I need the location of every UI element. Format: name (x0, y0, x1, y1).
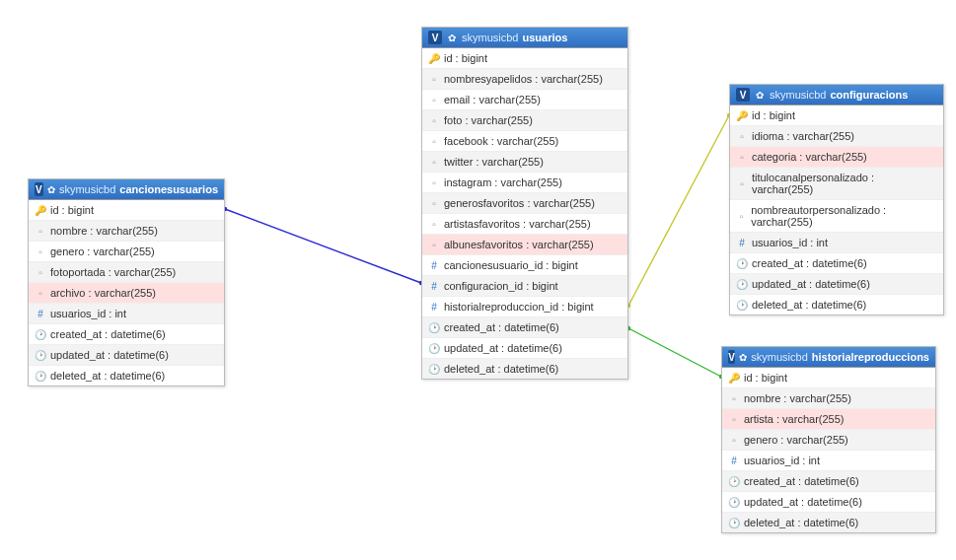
column-row[interactable]: ▫archivo : varchar(255) (29, 283, 224, 304)
column-text: updated_at : datetime(6) (752, 278, 870, 290)
column-text: created_at : datetime(6) (744, 475, 859, 487)
column-row[interactable]: ▫genero : varchar(255) (722, 430, 935, 451)
column-row[interactable]: #usuarios_id : int (722, 451, 935, 471)
column-row[interactable]: 🕑created_at : datetime(6) (29, 324, 224, 345)
key-icon: 🔑 (35, 205, 46, 216)
column-text: albunesfavoritos : varchar(255) (444, 239, 594, 250)
column-text: updated_at : datetime(6) (50, 349, 169, 361)
column-text: id : bigint (444, 52, 487, 64)
col-icon: ▫ (736, 131, 748, 142)
column-row[interactable]: ▫generosfavoritos : varchar(255) (422, 193, 627, 214)
dt-icon: 🕑 (428, 322, 440, 333)
column-text: id : bigint (744, 372, 787, 384)
table-header[interactable]: V✿skymusicbdhistorialreproduccions (722, 347, 935, 368)
column-row[interactable]: 🕑deleted_at : datetime(6) (422, 359, 627, 379)
fk-icon: # (35, 309, 46, 319)
column-row[interactable]: ▫genero : varchar(255) (29, 242, 224, 262)
dt-icon: 🕑 (728, 476, 740, 487)
table-header[interactable]: V✿skymusicbdconfiguracions (730, 85, 943, 105)
column-row[interactable]: 🕑created_at : datetime(6) (730, 253, 943, 274)
column-text: categoria : varchar(255) (752, 151, 867, 163)
view-badge-icon: V (728, 350, 735, 364)
col-icon: ▫ (428, 74, 440, 85)
column-row[interactable]: ▫nombresyapelidos : varchar(255) (422, 69, 627, 90)
column-row[interactable]: ▫nombre : varchar(255) (29, 221, 224, 242)
key-icon: 🔑 (428, 53, 440, 64)
col-icon: ▫ (428, 136, 440, 147)
column-row[interactable]: 🕑deleted_at : datetime(6) (730, 295, 943, 315)
column-row[interactable]: 🕑updated_at : datetime(6) (422, 338, 627, 359)
column-row[interactable]: ▫idioma : varchar(255) (730, 126, 943, 147)
column-row[interactable]: 🕑deleted_at : datetime(6) (29, 366, 224, 385)
column-text: id : bigint (50, 204, 94, 216)
column-row[interactable]: ▫instagram : varchar(255) (422, 173, 627, 193)
column-text: titulocanalpersonalizado : varchar(255) (752, 172, 937, 195)
view-badge-icon: V (736, 88, 750, 102)
column-row[interactable]: ▫titulocanalpersonalizado : varchar(255) (730, 168, 943, 200)
column-row[interactable]: 🔑id : bigint (29, 200, 224, 221)
column-text: nombre : varchar(255) (50, 225, 158, 237)
column-row[interactable]: 🕑updated_at : datetime(6) (730, 274, 943, 295)
column-row[interactable]: ▫facebook : varchar(255) (422, 131, 627, 152)
column-row[interactable]: #usuarios_id : int (730, 233, 943, 253)
column-text: nombreautorpersonalizado : varchar(255) (751, 204, 937, 228)
table-historialreproduccions[interactable]: V✿skymusicbdhistorialreproduccions🔑id : … (721, 346, 936, 533)
table-name: historialreproduccions (812, 351, 929, 363)
gear-icon[interactable]: ✿ (754, 89, 766, 101)
column-row[interactable]: ▫email : varchar(255) (422, 90, 627, 110)
column-row[interactable]: #usuarios_id : int (29, 304, 224, 324)
column-row[interactable]: 🕑updated_at : datetime(6) (29, 345, 224, 366)
column-row[interactable]: ▫twitter : varchar(255) (422, 152, 627, 173)
column-text: facebook : varchar(255) (444, 135, 558, 147)
column-row[interactable]: ▫artistasfavoritos : varchar(255) (422, 214, 627, 235)
table-name: cancionesusuarios (119, 183, 218, 195)
column-text: genero : varchar(255) (50, 245, 155, 257)
col-icon: ▫ (428, 95, 440, 105)
col-icon: ▫ (728, 414, 740, 425)
dt-icon: 🕑 (35, 329, 46, 340)
column-row[interactable]: 🕑created_at : datetime(6) (722, 471, 935, 492)
table-configuracions[interactable]: V✿skymusicbdconfiguracions🔑id : bigint▫i… (729, 84, 944, 315)
column-row[interactable]: ▫categoria : varchar(255) (730, 147, 943, 168)
fk-icon: # (428, 302, 440, 313)
column-row[interactable]: 🕑updated_at : datetime(6) (722, 492, 935, 513)
column-text: twitter : varchar(255) (444, 156, 544, 168)
column-text: updated_at : datetime(6) (444, 342, 562, 354)
column-text: instagram : varchar(255) (444, 176, 562, 188)
column-row[interactable]: ▫foto : varchar(255) (422, 110, 627, 131)
column-text: usuarios_id : int (752, 237, 828, 248)
column-text: usuarios_id : int (744, 455, 820, 466)
column-row[interactable]: 🔑id : bigint (722, 368, 935, 388)
column-row[interactable]: ▫artista : varchar(255) (722, 409, 935, 430)
column-text: artistasfavoritos : varchar(255) (444, 218, 591, 230)
column-text: historialreproduccion_id : bigint (444, 301, 594, 313)
column-row[interactable]: ▫fotoportada : varchar(255) (29, 262, 224, 283)
table-header[interactable]: V✿skymusicbdusuarios (422, 28, 627, 48)
column-row[interactable]: 🔑id : bigint (422, 48, 627, 69)
column-row[interactable]: ▫nombreautorpersonalizado : varchar(255) (730, 200, 943, 233)
column-row[interactable]: 🔑id : bigint (730, 105, 943, 126)
col-icon: ▫ (736, 178, 748, 189)
gear-icon[interactable]: ✿ (446, 32, 458, 43)
column-row[interactable]: #configuracion_id : bigint (422, 276, 627, 297)
table-cancionesusuarios[interactable]: V✿skymusicbdcancionesusuarios🔑id : bigin… (28, 178, 225, 386)
column-text: updated_at : datetime(6) (744, 496, 862, 508)
column-text: usuarios_id : int (50, 308, 126, 319)
col-icon: ▫ (428, 115, 440, 126)
db-name: skymusicbd (462, 32, 518, 43)
table-header[interactable]: V✿skymusicbdcancionesusuarios (29, 179, 224, 200)
fk-icon: # (428, 281, 440, 292)
column-row[interactable]: 🕑deleted_at : datetime(6) (722, 513, 935, 532)
column-row[interactable]: #historialreproduccion_id : bigint (422, 297, 627, 317)
column-row[interactable]: ▫nombre : varchar(255) (722, 388, 935, 409)
column-text: created_at : datetime(6) (444, 321, 559, 333)
column-text: cancionesusuario_id : bigint (444, 259, 578, 271)
db-name: skymusicbd (59, 183, 115, 195)
column-row[interactable]: 🕑created_at : datetime(6) (422, 317, 627, 338)
gear-icon[interactable]: ✿ (739, 351, 747, 363)
column-text: deleted_at : datetime(6) (50, 370, 165, 382)
table-usuarios[interactable]: V✿skymusicbdusuarios🔑id : bigint▫nombres… (421, 27, 628, 380)
gear-icon[interactable]: ✿ (47, 183, 55, 195)
column-row[interactable]: #cancionesusuario_id : bigint (422, 255, 627, 276)
column-row[interactable]: ▫albunesfavoritos : varchar(255) (422, 235, 627, 255)
